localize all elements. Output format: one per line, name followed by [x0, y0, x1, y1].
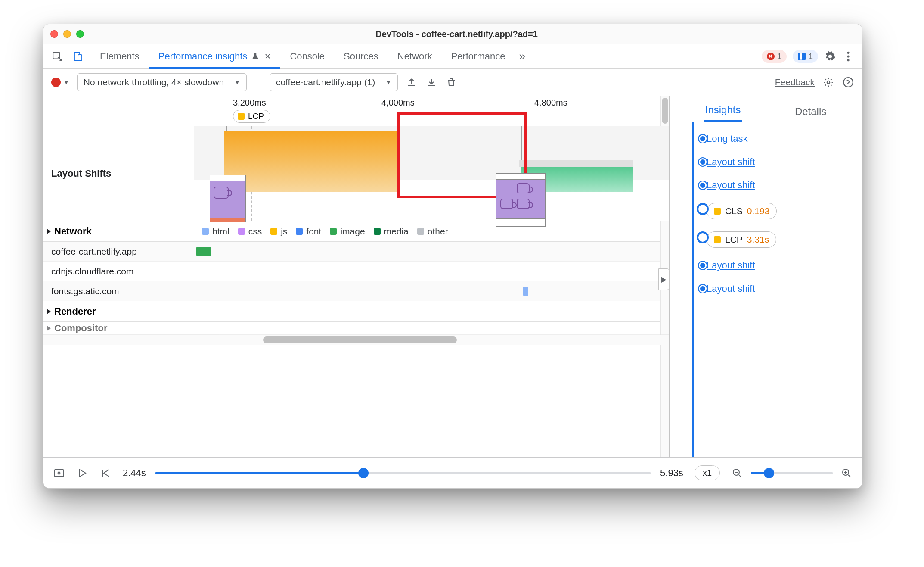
insight-label: Layout shift: [707, 283, 755, 294]
tab-network[interactable]: Network: [388, 44, 442, 68]
renderer-section-header[interactable]: Renderer: [43, 301, 669, 322]
network-row[interactable]: fonts.gstatic.com: [43, 281, 669, 301]
content: ▶ 3,200ms 4,000ms 4,800ms LCP Layout Shi…: [43, 96, 862, 457]
replay-settings-icon[interactable]: [53, 467, 65, 479]
insight-link[interactable]: Layout shift: [681, 254, 862, 277]
error-badge[interactable]: ✕1: [762, 50, 787, 63]
playback-speed[interactable]: x1: [695, 465, 720, 480]
layout-shifts-area[interactable]: [194, 126, 669, 221]
tab-elements[interactable]: Elements: [90, 44, 149, 68]
zoom-in-icon[interactable]: [840, 467, 853, 479]
timeline-pane: ▶ 3,200ms 4,000ms 4,800ms LCP Layout Shi…: [43, 96, 669, 457]
close-window-button[interactable]: [50, 30, 58, 38]
svg-point-4: [847, 55, 849, 57]
more-tabs-icon[interactable]: »: [515, 44, 529, 68]
legend-item: font: [296, 226, 321, 237]
network-row[interactable]: coffee-cart.netlify.app: [43, 242, 669, 262]
renderer-label: Renderer: [54, 306, 96, 317]
compositor-section-header[interactable]: Compositor: [43, 322, 669, 335]
time-slider[interactable]: 2.44s 5.93s: [123, 467, 683, 479]
color-swatch: [714, 236, 721, 243]
metric-pill: LCP 3.31s: [707, 231, 776, 248]
network-host: cdnjs.cloudflare.com: [43, 262, 194, 281]
request-bar[interactable]: [523, 287, 528, 296]
timeline-node: [699, 285, 707, 293]
flask-icon: [251, 53, 259, 60]
insight-metric[interactable]: CLS 0.193: [681, 197, 862, 225]
kebab-menu-icon[interactable]: [842, 50, 854, 62]
help-icon[interactable]: [842, 76, 854, 88]
network-legend: htmlcssjsfontimagemediaother: [194, 221, 669, 241]
expand-icon: [47, 229, 51, 234]
expand-icon: [47, 309, 51, 314]
svg-point-7: [843, 78, 853, 87]
tab-console[interactable]: Console: [280, 44, 334, 68]
color-swatch: [238, 113, 245, 120]
tab-label: Sources: [344, 51, 378, 62]
timeline-node: [699, 135, 707, 143]
record-icon: [51, 78, 61, 87]
lcp-block[interactable]: [224, 131, 397, 192]
ruler-tick: 4,000ms: [381, 98, 415, 108]
tab-details[interactable]: Details: [793, 101, 828, 122]
horizontal-scrollbar[interactable]: [43, 335, 669, 345]
download-icon[interactable]: [425, 76, 437, 88]
insight-link[interactable]: Long task: [681, 127, 862, 150]
insight-link[interactable]: Layout shift: [681, 277, 862, 300]
tab-performance[interactable]: Performance: [442, 44, 515, 68]
tab-label: Performance: [451, 51, 505, 62]
feedback-link[interactable]: Feedback: [775, 77, 815, 87]
lcp-badge[interactable]: LCP: [233, 110, 270, 123]
svg-rect-2: [78, 55, 82, 61]
insight-label: Layout shift: [707, 180, 755, 190]
settings-icon[interactable]: [824, 50, 836, 62]
color-swatch: [714, 208, 721, 215]
legend-item: image: [330, 226, 365, 237]
svg-point-3: [847, 51, 849, 53]
request-bar[interactable]: [196, 247, 211, 256]
close-tab-icon[interactable]: ✕: [264, 52, 271, 61]
insight-link[interactable]: Layout shift: [681, 174, 862, 197]
layout-shifts-row: Layout Shifts: [43, 126, 669, 221]
network-section-header[interactable]: Network htmlcssjsfontimagemediaother: [43, 221, 669, 242]
tab-performance-insights[interactable]: Performance insights ✕: [149, 44, 281, 68]
message-badge[interactable]: ▌1: [793, 50, 818, 63]
insight-link[interactable]: Layout shift: [681, 150, 862, 174]
collapse-sidebar-button[interactable]: ▶: [658, 268, 670, 290]
network-row[interactable]: cdnjs.cloudflare.com: [43, 262, 669, 281]
tab-insights[interactable]: Insights: [704, 100, 743, 122]
screenshot-thumbnail[interactable]: [496, 173, 546, 227]
insights-tabs: Insights Details: [670, 96, 862, 122]
network-host: fonts.gstatic.com: [43, 281, 194, 301]
zoom-out-icon[interactable]: [731, 467, 743, 479]
tab-sources[interactable]: Sources: [334, 44, 388, 68]
color-swatch: [296, 228, 303, 235]
zoom-controls: [731, 467, 853, 479]
screenshot-thumbnail[interactable]: [210, 175, 246, 222]
page-dropdown[interactable]: coffee-cart.netlify.app (1)▼: [270, 73, 398, 91]
record-button[interactable]: ▼: [51, 78, 69, 87]
legend-item: js: [270, 226, 287, 237]
timeline-node: [699, 262, 707, 269]
layout-shifts-label: Layout Shifts: [43, 126, 194, 221]
error-count: 1: [777, 52, 782, 61]
upload-icon[interactable]: [406, 76, 418, 88]
legend-item: css: [238, 226, 262, 237]
zoom-slider[interactable]: [751, 472, 833, 474]
play-icon[interactable]: [76, 467, 88, 479]
settings-icon[interactable]: [822, 76, 834, 88]
throttle-dropdown[interactable]: No network throttling, 4× slowdown▼: [77, 73, 247, 91]
ruler-tick: 3,200ms: [233, 98, 266, 108]
network-host: coffee-cart.netlify.app: [43, 242, 194, 261]
device-toolbar-icon[interactable]: [72, 50, 84, 62]
delete-icon[interactable]: [445, 76, 457, 88]
window-title: DevTools - coffee-cart.netlify.app/?ad=1: [58, 29, 855, 39]
inspect-element-icon[interactable]: [51, 50, 63, 62]
color-swatch: [330, 228, 337, 235]
legend-item: other: [417, 226, 448, 237]
timeline-node: [697, 231, 709, 243]
chevron-down-icon: ▼: [385, 79, 391, 86]
rewind-icon[interactable]: [99, 467, 112, 479]
chevron-down-icon: ▼: [234, 79, 240, 86]
insight-metric[interactable]: LCP 3.31s: [681, 225, 862, 254]
